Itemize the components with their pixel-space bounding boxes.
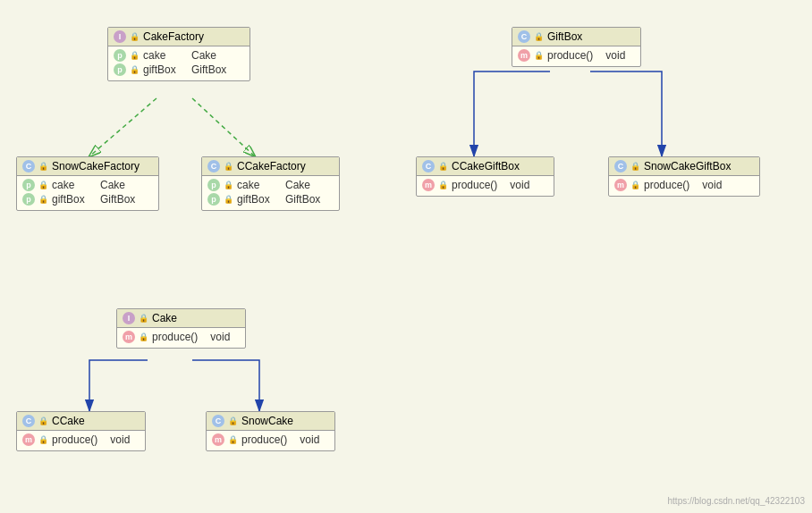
class-icon: C	[614, 160, 627, 172]
prop-icon: p	[22, 193, 35, 206]
lock-icon: 🔒	[38, 416, 48, 425]
field-giftbox: p 🔒 giftBox GiftBox	[114, 63, 244, 77]
cCake-body: m 🔒 produce() void	[17, 431, 145, 450]
field-type: GiftBox	[191, 63, 226, 76]
snowCakeGiftBox-box: C 🔒 SnowCakeGiftBox m 🔒 produce() void	[608, 156, 760, 197]
cCakeFactory-box: C 🔒 CCakeFactory p 🔒 cake Cake p 🔒 giftB…	[201, 156, 340, 211]
prop-icon: p	[22, 179, 35, 191]
method-icon: m	[212, 433, 224, 446]
snowCakeFactory-title: SnowCakeFactory	[52, 160, 140, 172]
field-name: giftBox	[143, 63, 188, 76]
method-produce: m 🔒 produce() void	[123, 330, 240, 344]
lock-icon: 🔒	[224, 162, 233, 171]
giftBox-box: C 🔒 GiftBox m 🔒 produce() void	[512, 27, 641, 67]
cCake-header: C 🔒 CCake	[17, 412, 145, 431]
lock-icon: 🔒	[224, 181, 233, 189]
class-icon: C	[212, 415, 224, 427]
lock-icon: 🔒	[228, 435, 238, 444]
cCakeGiftBox-body: m 🔒 produce() void	[417, 176, 554, 196]
lock-icon: 🔒	[139, 332, 148, 341]
return-type: void	[210, 331, 230, 343]
field-cake: p 🔒 cake Cake	[207, 178, 334, 192]
prop-icon: p	[207, 193, 220, 206]
snowCakeGiftBox-body: m 🔒 produce() void	[609, 176, 759, 196]
method-name: produce()	[644, 179, 689, 191]
field-type: Cake	[285, 179, 310, 191]
prop-icon: p	[114, 63, 126, 76]
field-cake: p 🔒 cake Cake	[114, 48, 244, 63]
method-name: produce()	[547, 49, 593, 62]
cakeFactory-title: CakeFactory	[143, 30, 204, 43]
lock-icon: 🔒	[139, 314, 148, 323]
cakeFactory-body: p 🔒 cake Cake p 🔒 giftBox GiftBox	[108, 46, 250, 80]
snowCake-header: C 🔒 SnowCake	[207, 412, 334, 431]
method-name: produce()	[241, 433, 287, 446]
lock-icon: 🔒	[224, 195, 233, 204]
cake-box: I 🔒 Cake m 🔒 produce() void	[116, 308, 246, 349]
method-name: produce()	[52, 433, 97, 446]
class-icon: C	[22, 160, 35, 172]
interface-icon: I	[114, 30, 126, 43]
class-icon: C	[518, 30, 530, 43]
lock-icon: 🔒	[38, 162, 48, 171]
giftBox-header: C 🔒 GiftBox	[512, 28, 640, 46]
snowCake-body: m 🔒 produce() void	[207, 431, 334, 450]
field-name: giftBox	[237, 193, 282, 206]
snowCakeFactory-body: p 🔒 cake Cake p 🔒 giftBox GiftBox	[17, 176, 158, 210]
method-icon: m	[518, 49, 530, 62]
return-type: void	[510, 179, 529, 191]
class-icon: C	[422, 160, 435, 172]
lock-icon: 🔒	[534, 51, 544, 60]
method-icon: m	[22, 433, 35, 446]
field-name: cake	[143, 49, 188, 62]
lock-icon: 🔒	[438, 181, 448, 189]
return-type: void	[110, 433, 130, 446]
method-name: produce()	[152, 331, 198, 343]
giftBox-body: m 🔒 produce() void	[512, 46, 640, 66]
lock-icon: 🔒	[38, 195, 48, 204]
field-type: Cake	[100, 179, 125, 191]
class-icon: C	[22, 415, 35, 427]
field-giftbox: p 🔒 giftBox GiftBox	[22, 192, 153, 206]
cCake-title: CCake	[52, 415, 85, 427]
cCakeFactory-title: CCakeFactory	[237, 160, 306, 172]
field-giftbox: p 🔒 giftBox GiftBox	[207, 192, 334, 206]
method-icon: m	[614, 179, 627, 191]
svg-line-3	[192, 98, 255, 156]
lock-icon: 🔒	[630, 181, 640, 189]
field-type: GiftBox	[285, 193, 320, 206]
snowCake-box: C 🔒 SnowCake m 🔒 produce() void	[206, 411, 335, 451]
method-produce: m 🔒 produce() void	[212, 433, 329, 447]
lock-icon: 🔒	[228, 416, 238, 425]
svg-line-2	[89, 98, 156, 156]
return-type: void	[702, 179, 722, 191]
snowCake-title: SnowCake	[241, 415, 293, 427]
interface-icon: I	[123, 312, 135, 324]
cCakeGiftBox-box: C 🔒 CCakeGiftBox m 🔒 produce() void	[416, 156, 554, 197]
field-type: Cake	[191, 49, 216, 62]
cCakeFactory-header: C 🔒 CCakeFactory	[202, 157, 339, 176]
field-name: cake	[52, 179, 97, 191]
cakeFactory-box: I 🔒 CakeFactory p 🔒 cake Cake p 🔒 giftBo…	[107, 27, 250, 81]
field-name: giftBox	[52, 193, 97, 206]
method-produce: m 🔒 produce() void	[422, 178, 548, 192]
lock-icon: 🔒	[38, 181, 48, 189]
cCake-box: C 🔒 CCake m 🔒 produce() void	[16, 411, 146, 451]
snowCakeFactory-box: C 🔒 SnowCakeFactory p 🔒 cake Cake p 🔒 gi…	[16, 156, 159, 211]
snowCakeGiftBox-header: C 🔒 SnowCakeGiftBox	[609, 157, 759, 176]
class-icon: C	[207, 160, 220, 172]
cCakeFactory-body: p 🔒 cake Cake p 🔒 giftBox GiftBox	[202, 176, 339, 210]
lock-icon: 🔒	[534, 32, 544, 41]
lock-icon: 🔒	[130, 32, 140, 41]
method-produce: m 🔒 produce() void	[22, 433, 140, 447]
cake-title: Cake	[152, 312, 177, 324]
method-produce: m 🔒 produce() void	[614, 178, 754, 192]
prop-icon: p	[207, 179, 220, 191]
method-icon: m	[422, 179, 435, 191]
cakeFactory-header: I 🔒 CakeFactory	[108, 28, 250, 46]
return-type: void	[300, 433, 319, 446]
field-type: GiftBox	[100, 193, 135, 206]
method-name: produce()	[452, 179, 497, 191]
field-cake: p 🔒 cake Cake	[22, 178, 153, 192]
cCakeGiftBox-header: C 🔒 CCakeGiftBox	[417, 157, 554, 176]
